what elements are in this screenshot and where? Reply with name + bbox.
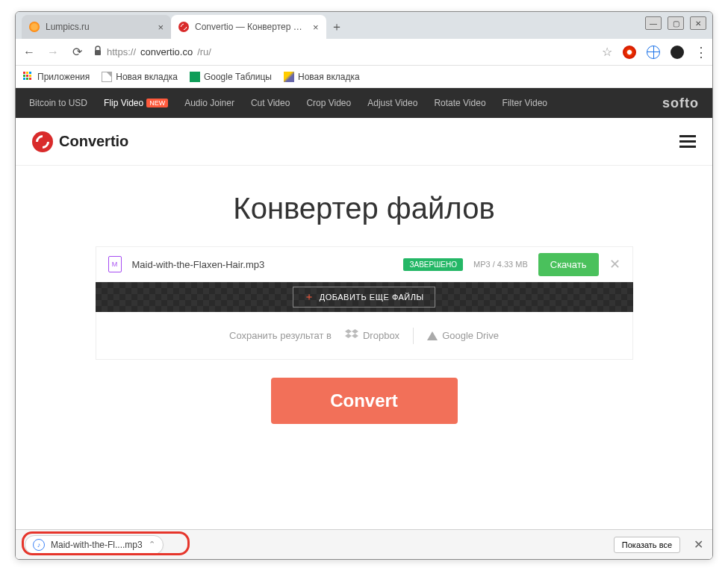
convertio-logo-icon	[32, 131, 53, 152]
convertio-logo[interactable]: Convertio	[32, 131, 128, 152]
softo-logo: softo	[662, 96, 699, 111]
save-row: Сохранить результат в Dropbox Google Dri…	[96, 312, 633, 360]
favicon-convertio	[178, 22, 189, 32]
bookmark-item[interactable]: Новая вкладка	[284, 72, 360, 82]
save-gdrive[interactable]: Google Drive	[427, 330, 499, 341]
close-downloads-bar[interactable]: ✕	[694, 537, 703, 552]
nav-adjust-video[interactable]: Adjust Video	[367, 98, 417, 108]
file-name: Maid-with-the-Flaxen-Hair.mp3	[132, 259, 393, 270]
tab-strip: Lumpics.ru × Convertio — Конвертер файло…	[22, 15, 347, 39]
document-icon	[102, 72, 112, 82]
window-controls: — ▢ ✕	[645, 16, 706, 30]
tab-close-icon[interactable]: ×	[158, 22, 164, 33]
apps-button[interactable]: Приложения	[23, 72, 90, 82]
reload-button[interactable]: ⟳	[69, 45, 84, 59]
save-dropbox[interactable]: Dropbox	[345, 329, 399, 343]
svg-marker-1	[345, 329, 352, 334]
plus-icon: ＋	[304, 290, 315, 304]
close-window-button[interactable]: ✕	[690, 16, 706, 30]
convertio-logo-text: Convertio	[59, 133, 128, 150]
nav-filter-video[interactable]: Filter Video	[503, 98, 547, 108]
bookmark-item[interactable]: Google Таблицы	[190, 72, 272, 82]
maximize-button[interactable]: ▢	[668, 16, 684, 30]
tab-convertio[interactable]: Convertio — Конвертер файлов ×	[171, 15, 326, 39]
downloads-bar: ♪ Maid-with-the-Fl....mp3 ⌃ Показать все…	[16, 529, 712, 559]
extension-opera-icon[interactable]	[623, 46, 636, 59]
favicon-lumpics	[29, 22, 40, 32]
apps-icon	[23, 72, 34, 82]
menu-button[interactable]	[679, 135, 696, 148]
download-item[interactable]: ♪ Maid-with-the-Fl....mp3 ⌃	[25, 535, 164, 555]
minimize-button[interactable]: —	[645, 16, 662, 30]
bookmarks-bar: Приложения Новая вкладка Google Таблицы …	[16, 66, 712, 88]
save-prefix: Сохранить результат в	[229, 330, 332, 341]
new-badge: NEW	[146, 99, 168, 107]
add-more-files-button[interactable]: ＋ ДОБАВИТЬ ЕЩЕ ФАЙЛЫ	[293, 287, 435, 308]
nav-cut-video[interactable]: Cut Video	[251, 98, 290, 108]
file-meta: MP3 / 4.33 MB	[473, 260, 528, 269]
lock-icon	[93, 46, 102, 58]
convert-button[interactable]: Convert	[271, 378, 458, 424]
toolbar-right: ☆ ⋮	[602, 44, 706, 60]
browser-window: Lumpics.ru × Convertio — Конвертер файло…	[15, 11, 713, 560]
extension-globe-icon[interactable]	[647, 46, 660, 59]
svg-marker-2	[352, 329, 358, 334]
url-host: convertio.co	[140, 46, 193, 57]
back-button[interactable]: ←	[22, 46, 37, 59]
svg-rect-0	[95, 50, 101, 55]
titlebar: Lumpics.ru × Convertio — Конвертер файло…	[16, 12, 712, 39]
show-all-downloads-button[interactable]: Показать все	[614, 537, 680, 553]
tab-label: Convertio — Конвертер файлов	[195, 22, 307, 32]
status-badge: ЗАВЕРШЕНО	[403, 258, 463, 271]
address-bar: ← → ⟳ https://convertio.co/ru/ ☆ ⋮	[16, 39, 712, 66]
bookmark-star-icon[interactable]: ☆	[602, 45, 612, 59]
tab-lumpics[interactable]: Lumpics.ru ×	[22, 15, 171, 39]
add-files-bar: ＋ ДОБАВИТЬ ЕЩЕ ФАЙЛЫ	[96, 282, 633, 312]
page-title: Конвертер файлов	[233, 192, 494, 225]
remove-file-button[interactable]: ✕	[609, 256, 620, 272]
forward-button[interactable]: →	[46, 46, 60, 59]
site-topnav: Bitcoin to USD Flip Video NEW Audio Join…	[16, 88, 712, 118]
svg-marker-3	[345, 334, 352, 338]
chrome-menu-button[interactable]: ⋮	[694, 44, 706, 60]
url-path: /ru/	[197, 46, 211, 57]
sheets-icon	[190, 72, 200, 82]
main-content: Конвертер файлов M Maid-with-the-Flaxen-…	[16, 166, 712, 559]
tab-close-icon[interactable]: ×	[313, 22, 319, 33]
audio-file-icon: ♪	[33, 539, 45, 551]
tab-label: Lumpics.ru	[46, 22, 90, 32]
apps-label: Приложения	[37, 72, 90, 82]
file-type-icon: M	[108, 256, 122, 272]
dropbox-icon	[345, 329, 358, 343]
image-icon	[284, 72, 294, 82]
file-row: M Maid-with-the-Flaxen-Hair.mp3 ЗАВЕРШЕН…	[96, 246, 633, 282]
nav-flip-video[interactable]: Flip Video NEW	[104, 98, 168, 108]
nav-rotate-video[interactable]: Rotate Video	[434, 98, 485, 108]
url-protocol: https://	[107, 46, 136, 57]
new-tab-button[interactable]: ＋	[326, 15, 347, 39]
files-panel: M Maid-with-the-Flaxen-Hair.mp3 ЗАВЕРШЕН…	[96, 246, 633, 360]
download-button[interactable]: Скачать	[538, 253, 599, 276]
profile-avatar[interactable]	[671, 46, 684, 59]
download-filename: Maid-with-the-Fl....mp3	[51, 540, 143, 550]
svg-marker-4	[352, 334, 358, 338]
nav-bitcoin[interactable]: Bitcoin to USD	[29, 98, 87, 108]
nav-crop-video[interactable]: Crop Video	[306, 98, 351, 108]
nav-audio-joiner[interactable]: Audio Joiner	[184, 98, 234, 108]
gdrive-icon	[427, 331, 438, 340]
download-caret-icon[interactable]: ⌃	[149, 540, 155, 549]
url-field[interactable]: https://convertio.co/ru/	[93, 46, 593, 58]
divider	[413, 328, 414, 344]
site-header: Convertio	[16, 118, 712, 166]
bookmark-item[interactable]: Новая вкладка	[102, 72, 178, 82]
